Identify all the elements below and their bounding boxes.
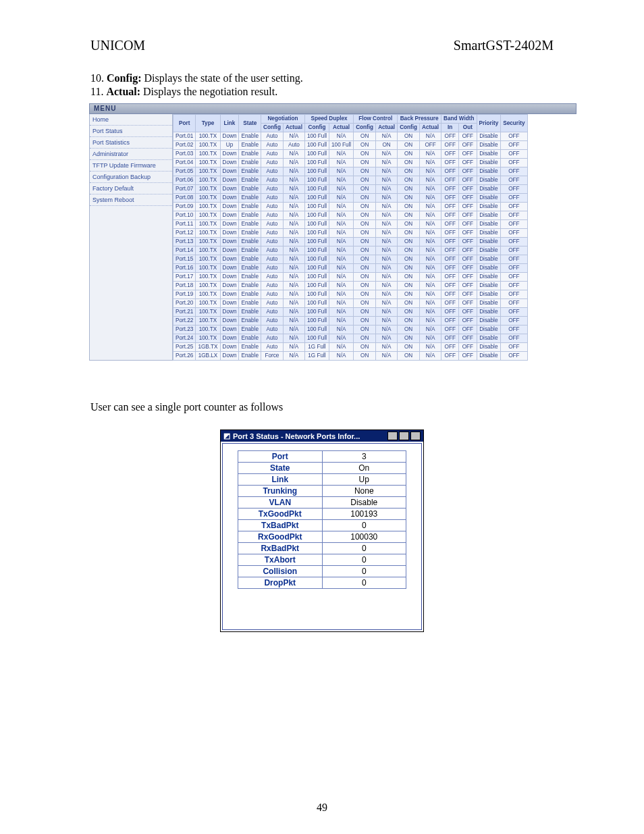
counter-value: Disable [322, 497, 406, 509]
table-cell: OFF [459, 132, 477, 141]
menu-item[interactable]: Configuration Backup [90, 172, 172, 183]
table-row: Port.07100.TXDownEnableAutoN/A100 FullN/… [173, 185, 528, 194]
maximize-icon[interactable] [399, 432, 409, 440]
menu-item[interactable]: Administrator [90, 149, 172, 160]
table-cell[interactable]: Port.24 [173, 334, 196, 343]
table-cell: N/A [376, 211, 398, 220]
table-cell: N/A [329, 273, 354, 282]
menu-item[interactable]: TFTP Update Firmware [90, 160, 172, 172]
table-cell: OFF [459, 317, 477, 325]
table-cell: 100 Full [304, 299, 329, 308]
menu-item[interactable]: Port Statistics [90, 137, 172, 149]
table-cell: OFF [501, 343, 527, 352]
table-cell[interactable]: Port.03 [173, 150, 196, 159]
table-cell: 100 Full [304, 159, 329, 167]
table-cell: Auto [261, 282, 283, 290]
table-cell[interactable]: Port.05 [173, 167, 196, 176]
table-cell[interactable]: Port.04 [173, 159, 196, 167]
table-cell: ON [354, 334, 376, 343]
table-cell: N/A [420, 334, 441, 343]
table-cell: 100 Full [304, 238, 329, 246]
table-cell: Enable [239, 352, 261, 361]
table-cell: ON [398, 167, 420, 176]
table-cell[interactable]: Port.20 [173, 299, 196, 308]
table-cell[interactable]: Port.16 [173, 264, 196, 273]
table-cell: OFF [441, 238, 459, 246]
table-cell[interactable]: Port.19 [173, 290, 196, 299]
counter-value: 0 [322, 554, 406, 566]
table-cell[interactable]: Port.07 [173, 185, 196, 194]
table-cell: Enable [239, 229, 261, 238]
table-cell: N/A [283, 203, 304, 211]
table-cell: N/A [329, 229, 354, 238]
table-cell[interactable]: Port.01 [173, 132, 196, 141]
table-cell[interactable]: Port.10 [173, 211, 196, 220]
table-cell: ON [398, 132, 420, 141]
table-cell[interactable]: Port.06 [173, 176, 196, 185]
table-cell: OFF [459, 238, 477, 246]
definition-item: 11. Actual: Displays the negotiation res… [90, 86, 554, 98]
table-cell: Down [220, 352, 239, 361]
table-cell: N/A [420, 185, 441, 194]
table-cell[interactable]: Port.23 [173, 325, 196, 334]
table-cell: OFF [459, 185, 477, 194]
table-cell: N/A [329, 308, 354, 317]
minimize-icon[interactable] [387, 432, 398, 440]
counter-key: RxBadPkt [238, 543, 323, 554]
table-cell: Down [220, 299, 239, 308]
close-icon[interactable] [410, 432, 421, 440]
table-cell: N/A [420, 220, 441, 229]
table-cell: Down [220, 203, 239, 211]
table-cell: Down [220, 132, 239, 141]
table-cell: OFF [501, 308, 527, 317]
col-header: State [239, 115, 261, 132]
col-subheader: Out [459, 124, 477, 132]
table-cell[interactable]: Port.09 [173, 203, 196, 211]
table-cell[interactable]: Port.02 [173, 141, 196, 150]
table-cell[interactable]: Port.17 [173, 273, 196, 282]
table-cell: 100 Full [304, 141, 329, 150]
table-cell[interactable]: Port.12 [173, 229, 196, 238]
table-cell: 1GB.TX [196, 343, 220, 352]
table-cell: Down [220, 167, 239, 176]
menu-item[interactable]: System Reboot [90, 194, 172, 206]
table-cell: OFF [441, 255, 459, 264]
table-cell: ON [354, 238, 376, 246]
menu-item[interactable]: Port Status [90, 126, 172, 137]
table-cell: ON [354, 150, 376, 159]
table-cell[interactable]: Port.18 [173, 282, 196, 290]
table-cell: OFF [441, 132, 459, 141]
table-cell: OFF [501, 299, 527, 308]
table-cell[interactable]: Port.22 [173, 317, 196, 325]
table-cell: ON [398, 159, 420, 167]
table-cell: ON [398, 211, 420, 220]
table-cell: N/A [329, 317, 354, 325]
table-cell[interactable]: Port.13 [173, 238, 196, 246]
table-cell: N/A [420, 159, 441, 167]
table-cell[interactable]: Port.08 [173, 194, 196, 203]
table-cell[interactable]: Port.14 [173, 246, 196, 255]
table-cell: Disable [477, 352, 501, 361]
table-cell[interactable]: Port.25 [173, 343, 196, 352]
table-cell[interactable]: Port.15 [173, 255, 196, 264]
table-cell[interactable]: Port.26 [173, 352, 196, 361]
table-cell: ON [354, 352, 376, 361]
table-cell: Disable [477, 255, 501, 264]
table-cell: Up [220, 141, 239, 150]
table-cell: Enable [239, 132, 261, 141]
menu-item[interactable]: Factory Default [90, 183, 172, 194]
table-cell: Auto [261, 273, 283, 282]
table-cell: N/A [376, 273, 398, 282]
table-cell: OFF [441, 229, 459, 238]
table-cell[interactable]: Port.21 [173, 308, 196, 317]
table-cell: N/A [329, 176, 354, 185]
table-cell: ON [354, 343, 376, 352]
menu-item[interactable]: Home [90, 114, 172, 126]
table-cell[interactable]: Port.11 [173, 220, 196, 229]
table-cell: 100 Full [304, 246, 329, 255]
table-cell: Disable [477, 150, 501, 159]
table-cell: Enable [239, 264, 261, 273]
table-row: Port.02100.TXUpEnableAutoAuto100 Full100… [173, 141, 528, 150]
counter-key: TxGoodPkt [238, 509, 323, 520]
table-cell: N/A [329, 282, 354, 290]
